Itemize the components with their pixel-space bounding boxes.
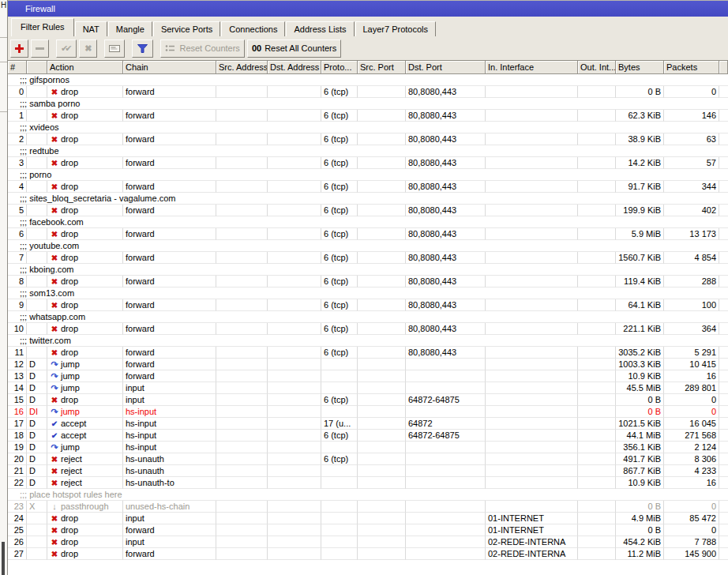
comment-row[interactable]: ;;; facebook.com (8, 216, 728, 228)
cell-packets: 16 (664, 370, 719, 382)
cell-in_interface (486, 370, 578, 382)
cell-protocol: 6 (tcp) (321, 430, 358, 442)
filter-rule-row[interactable]: 9✖dropforward6 (tcp)80,8080,44364.1 KiB1… (8, 299, 728, 311)
filter-rule-row[interactable]: 15D✖dropinput6 (tcp)64872-648750 B0 (8, 394, 728, 406)
comment-row[interactable]: ;;; twitter.com (8, 335, 728, 347)
cell-protocol (321, 548, 358, 560)
column-header-action[interactable]: Action (47, 61, 123, 74)
column-header-dst_port[interactable]: Dst. Port (406, 61, 486, 74)
filter-funnel-icon (137, 43, 148, 54)
cell-in_interface (486, 299, 578, 311)
filter-rule-row[interactable]: 19D↷jumphs-input356.1 KiB2 124 (8, 442, 728, 453)
cell-bytes: 867.7 KiB (616, 465, 664, 477)
drop-icon: ✖ (50, 549, 59, 560)
filter-rule-row[interactable]: 6✖dropforward6 (tcp)80,8080,4435.9 MiB13… (8, 228, 728, 240)
comment-row[interactable]: ;;; som13.com (8, 288, 728, 299)
filter-rule-row[interactable]: 13D↷jumpforward10.9 KiB16 (8, 370, 728, 382)
filter-rule-row[interactable]: 10✖dropforward6 (tcp)80,8080,443221.1 Ki… (8, 323, 728, 335)
reset-counters-button[interactable]: Reset Counters (160, 39, 244, 58)
cell-num: 24 (8, 513, 27, 524)
column-header-num[interactable]: # (8, 61, 27, 74)
cell-packets: 271 568 (664, 430, 719, 442)
comment-row[interactable]: ;;; xvideos (8, 122, 728, 133)
tab-filter-rules[interactable]: Filter Rules (11, 18, 74, 36)
column-header-packets[interactable]: Packets (664, 61, 719, 74)
column-header-dst_address[interactable]: Dst. Address (268, 61, 321, 74)
filter-rule-row[interactable]: 4✖dropforward6 (tcp)80,8080,44391.7 KiB3… (8, 181, 728, 193)
reset-all-counters-button[interactable]: 00 Reset All Counters (247, 39, 341, 58)
filter-rule-row[interactable]: 5✖dropforward6 (tcp)80,8080,443199.9 KiB… (8, 205, 728, 216)
column-header-src_port[interactable]: Src. Port (358, 61, 406, 74)
filter-rule-row[interactable]: 24✖dropinput01-INTERNET4.9 MiB85 472 (8, 513, 728, 524)
tab-connections[interactable]: Connections (221, 21, 285, 36)
filter-rule-row[interactable]: 18D✔accepths-input6 (tcp)64872-6487544.1… (8, 430, 728, 442)
comment-row[interactable]: ;;; kboing.com (8, 264, 728, 276)
remove-rule-button[interactable] (31, 39, 49, 58)
cell-chain: forward (123, 524, 216, 536)
filter-button[interactable] (132, 39, 153, 58)
column-header-flags[interactable] (27, 61, 47, 74)
filter-rule-row[interactable]: 26✖dropinput02-REDE-INTERNA454.2 KiB7 78… (8, 536, 728, 548)
filter-rule-row[interactable]: 21D✖rejecths-unauth867.7 KiB4 233 (8, 465, 728, 477)
filter-rule-row[interactable]: 27✖dropforward02-REDE-INTERNA11.2 MiB145… (8, 548, 728, 560)
cell-protocol: 6 (tcp) (321, 453, 358, 465)
filter-rule-row[interactable]: 23X↓passthroughunused-hs-chain0 B0 (8, 501, 728, 513)
filter-rule-row[interactable]: 12D↷jumpforward1003.3 KiB10 415 (8, 359, 728, 370)
column-header-in_interface[interactable]: In. Interface (486, 61, 578, 74)
cell-action: ✖drop (47, 524, 123, 536)
filter-rule-row[interactable]: 2✖dropforward6 (tcp)80,8080,44338.9 KiB6… (8, 133, 728, 145)
comment-row[interactable]: ;;; whatsapp.com (8, 311, 728, 323)
column-header-chain[interactable]: Chain (123, 61, 216, 74)
comment-row[interactable]: ;;; redtube (8, 145, 728, 157)
filter-rule-row[interactable]: 25✖dropforward01-INTERNET0 B0 (8, 524, 728, 536)
column-header-out_interface[interactable]: Out. Int... (578, 61, 616, 74)
column-header-protocol[interactable]: Proto... (321, 61, 358, 74)
filter-rule-row[interactable]: 1✖dropforward6 (tcp)80,8080,44362.3 KiB1… (8, 110, 728, 122)
cell-out_interface (578, 501, 616, 513)
filter-rule-row[interactable]: 20D✖rejecths-unauth6 (tcp)491.7 KiB8 306 (8, 453, 728, 465)
filter-rule-row[interactable]: 11✖dropforward6 (tcp)80,8080,4433035.2 K… (8, 347, 728, 359)
filter-rule-row[interactable]: 0✖dropforward6 (tcp)80,8080,4430 B0 (8, 86, 728, 98)
comment-row[interactable]: ;;; gifspornos (8, 74, 728, 86)
comment-row[interactable]: ;;; sites_bloq_secretaria - vagalume.com (8, 193, 728, 205)
filter-rule-row[interactable]: 8✖dropforward6 (tcp)80,8080,443119.4 KiB… (8, 276, 728, 288)
disable-rule-button[interactable]: ✖ (79, 39, 97, 58)
cell-out_interface (578, 276, 616, 288)
filter-rule-row[interactable]: 17D✔accepths-input17 (u...648721021.5 Ki… (8, 418, 728, 430)
cell-packets: 7 788 (664, 536, 719, 548)
filter-rule-row[interactable]: 22D✖rejecths-unauth-to10.9 KiB16 (8, 477, 728, 489)
cell-chain: unused-hs-chain (123, 501, 216, 513)
cell-packets: 364 (664, 323, 719, 335)
filter-rule-row[interactable]: 16DI↷jumphs-input0 B0 (8, 406, 728, 418)
cell-flags: D (27, 465, 47, 477)
tab-nat[interactable]: NAT (75, 21, 107, 36)
enable-rule-button[interactable]: ✔✔ (56, 39, 77, 58)
window-titlebar[interactable]: Firewall (8, 1, 728, 17)
cell-action: ↷jump (47, 382, 123, 394)
tab-service-ports[interactable]: Service Ports (153, 21, 220, 36)
tab-layer7-protocols[interactable]: Layer7 Protocols (355, 21, 437, 36)
filter-rule-row[interactable]: 14D↷jumpinput45.5 MiB289 801 (8, 382, 728, 394)
cell-bytes: 5.9 MiB (616, 228, 664, 240)
reject-icon: ✖ (50, 454, 59, 465)
add-rule-button[interactable] (10, 39, 28, 58)
comment-row[interactable]: ;;; place hotspot rules here (8, 489, 728, 501)
tab-strip: Filter Rules NAT Mangle Service Ports Co… (8, 17, 728, 36)
column-header-src_address[interactable]: Src. Address (216, 61, 268, 74)
cell-dst_address (268, 465, 321, 477)
tab-mangle[interactable]: Mangle (108, 21, 152, 36)
comment-button[interactable] (104, 39, 125, 58)
action-label: drop (61, 537, 78, 547)
tab-address-lists[interactable]: Address Lists (286, 21, 354, 36)
comment-row[interactable]: ;;; porno (8, 169, 728, 181)
cell-protocol: 6 (tcp) (321, 181, 358, 193)
filter-rule-row[interactable]: 3✖dropforward6 (tcp)80,8080,44314.2 KiB5… (8, 157, 728, 169)
cell-packets: 0 (664, 86, 719, 98)
column-header-bytes[interactable]: Bytes (616, 61, 664, 74)
comment-row[interactable]: ;;; samba porno (8, 98, 728, 110)
filter-rule-row[interactable]: 7✖dropforward6 (tcp)80,8080,4431560.7 Ki… (8, 252, 728, 264)
comment-row[interactable]: ;;; youtube.com (8, 240, 728, 252)
column-header-filler[interactable] (719, 61, 728, 74)
rule-comment: ;;; porno (8, 169, 728, 181)
plus-icon (15, 44, 24, 53)
